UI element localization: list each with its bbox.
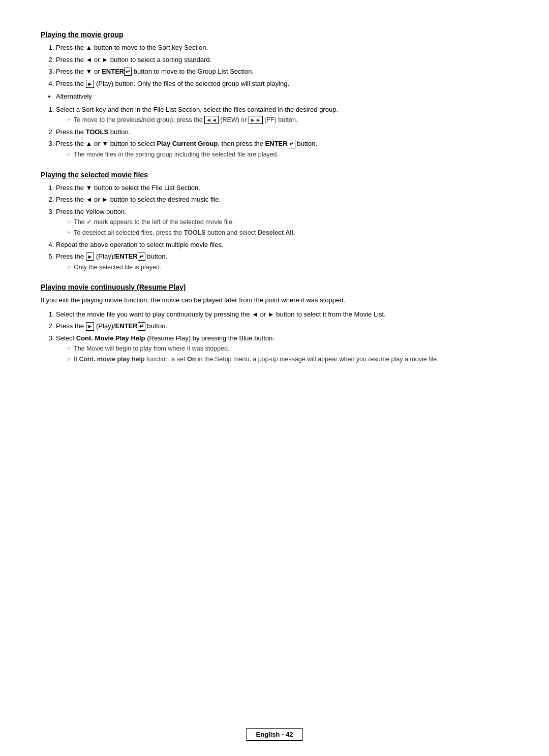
note: ☞ If Cont. movie play help function is s… <box>66 355 508 364</box>
note-text: The Movie will begin to play from where … <box>74 344 508 354</box>
note-text: The ✓ mark appears to the left of the se… <box>74 217 508 227</box>
list-item: Press the ▼ or ENTER↵ button to move to … <box>56 67 508 77</box>
list-item: Select Cont. Movie Play Help (Resume Pla… <box>56 333 508 364</box>
page-container: Playing the movie group Press the ▲ butt… <box>0 0 549 756</box>
note-text: The movie files in the sorting group inc… <box>74 150 508 160</box>
note: ☞ The movie files in the sorting group i… <box>66 150 508 160</box>
list-item: Press the ▲ button to move to the Sort k… <box>56 43 508 53</box>
list-item-alternatively: Alternatively <box>56 91 508 102</box>
list-item: Repeat the above operation to select mul… <box>56 240 508 250</box>
section-title-resume-play: Playing movie continuously (Resume Play) <box>41 283 508 291</box>
list-item: Press the Yellow button. ☞ The ✓ mark ap… <box>56 207 508 238</box>
list-item: Press the ◄ or ► button to select a sort… <box>56 55 508 65</box>
note: ☞ To move to the previous/next group, pr… <box>66 115 508 125</box>
note: ☞ Only the selected file is played. <box>66 263 508 272</box>
note-text: To deselect all selected files, press th… <box>74 228 508 238</box>
list-item: Press the ◄ or ► button to select the de… <box>56 195 508 205</box>
note-icon: ☞ <box>66 229 71 237</box>
note-icon: ☞ <box>66 116 71 124</box>
note-icon: ☞ <box>66 150 71 159</box>
list-item: Press the ▼ button to select the File Li… <box>56 183 508 193</box>
note: ☞ The ✓ mark appears to the left of the … <box>66 217 508 227</box>
section-playing-selected-files: Playing the selected movie files Press t… <box>41 171 508 272</box>
footer-text: English - 42 <box>256 731 293 738</box>
list-item: Press the ► (Play)/ENTER↵ button. <box>56 321 508 331</box>
note-icon: ☞ <box>66 218 71 227</box>
section-title-movie-group: Playing the movie group <box>41 30 508 39</box>
section-playing-movie-group: Playing the movie group Press the ▲ butt… <box>41 30 508 160</box>
list-item: Press the ► (Play) button. Only the file… <box>56 79 508 89</box>
list-item: Press the ▲ or ▼ button to select Play C… <box>56 139 508 159</box>
footer: English - 42 <box>247 728 303 741</box>
section-resume-play: Playing movie continuously (Resume Play)… <box>41 283 508 364</box>
list-item: Press the TOOLS button. <box>56 127 508 137</box>
intro-text: If you exit the playing movie function, … <box>41 295 508 305</box>
list-item: Select the movie file you want to play c… <box>56 309 508 320</box>
list-item: Select a Sort key and then in the File L… <box>56 105 508 125</box>
note: ☞ The Movie will begin to play from wher… <box>66 344 508 354</box>
note-icon: ☞ <box>66 263 71 272</box>
note-text: To move to the previous/next group, pres… <box>74 115 508 125</box>
note-text: If Cont. movie play help function is set… <box>74 355 508 364</box>
note: ☞ To deselect all selected files, press … <box>66 228 508 238</box>
note-icon: ☞ <box>66 355 71 364</box>
section-title-selected-files: Playing the selected movie files <box>41 171 508 179</box>
note-text: Only the selected file is played. <box>74 263 508 272</box>
list-item: Press the ► (Play)/ENTER↵ button. ☞ Only… <box>56 251 508 272</box>
note-icon: ☞ <box>66 344 71 353</box>
